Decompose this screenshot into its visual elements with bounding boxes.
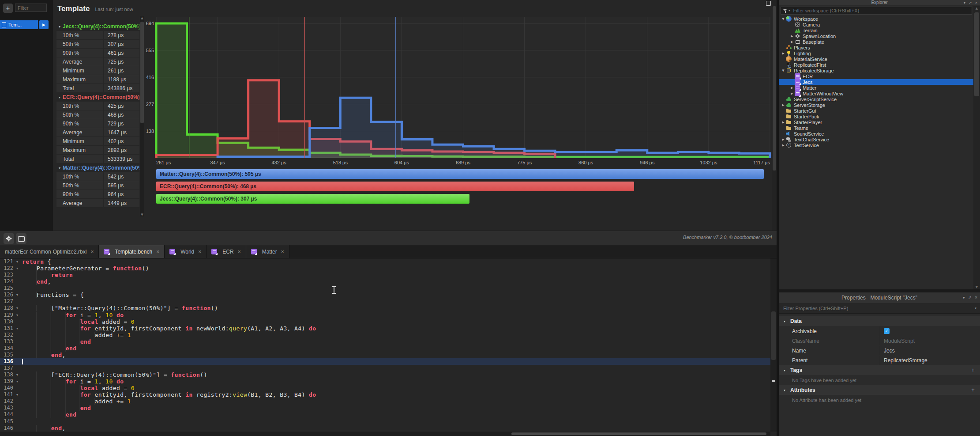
tab-template-bench[interactable]: Template.bench× [99, 245, 165, 258]
scroll-down-icon[interactable]: ▼ [973, 285, 980, 289]
editor-horizontal-scrollbar[interactable] [0, 432, 770, 436]
property-value[interactable]: Jecs [879, 346, 980, 355]
code-line[interactable]: 137 [0, 365, 770, 372]
tree-item-starterplayer[interactable]: ▶StarterPlayer [779, 119, 973, 125]
scrollbar-thumb[interactable] [140, 22, 144, 123]
panel-splitter[interactable] [779, 289, 980, 292]
docs-button[interactable] [16, 233, 26, 244]
explorer-filter-input[interactable] [792, 8, 972, 14]
scrollbar-thumb[interactable] [974, 12, 979, 96]
benchmark-filter-input[interactable] [15, 4, 47, 12]
property-value[interactable]: ReplicatedStorage [879, 356, 980, 365]
tree-item-lighting[interactable]: ▶Lighting [779, 50, 973, 56]
code-line[interactable]: 121▾return { [0, 258, 770, 265]
chevron-down-icon[interactable]: ▾ [56, 166, 63, 170]
properties-filter[interactable]: ▾ [779, 303, 980, 314]
tree-item-textchatservice[interactable]: ▶TextChatService [779, 136, 973, 142]
tree-item-replicatedfirst[interactable]: ReplicatedFirst [779, 62, 973, 68]
close-icon[interactable]: × [975, 292, 977, 303]
stats-section-header[interactable]: ▾Jecs::Query(4)::Common(50%) [56, 22, 139, 31]
tab-matter[interactable]: Matter× [246, 245, 289, 258]
tree-item-workspace[interactable]: ▼Workspace [779, 16, 973, 22]
code-line[interactable]: 136 [0, 358, 770, 365]
scrollbar-thumb[interactable] [771, 311, 776, 360]
fold-arrow-icon[interactable]: ▾ [16, 258, 18, 265]
tree-arrow-down-icon[interactable]: ▼ [781, 69, 786, 72]
benchmark-list-item[interactable]: Tem... [0, 20, 38, 29]
add-button[interactable]: + [969, 365, 976, 375]
scroll-up-icon[interactable]: ▲ [140, 16, 144, 20]
code-line[interactable]: 129▾ for i = 1, 10 do [0, 312, 770, 318]
explorer-scrollbar[interactable]: ▲ ▼ [973, 6, 980, 289]
tree-arrow-right-icon[interactable]: ▶ [781, 52, 786, 55]
code-line[interactable]: 144 end [0, 411, 770, 418]
code-line[interactable]: 139▾ for i = 1, 10 do [0, 378, 770, 385]
code-line[interactable]: 146 end, [0, 425, 770, 432]
tree-arrow-right-icon[interactable]: ▶ [789, 92, 795, 95]
stats-section-header[interactable]: ▾ECR::Query(4)::Common(50%) [56, 93, 139, 102]
fold-arrow-icon[interactable]: ▾ [16, 372, 18, 378]
fold-arrow-icon[interactable]: ▾ [16, 292, 18, 298]
close-icon[interactable]: × [975, 0, 977, 5]
code-line[interactable]: 122▾ ParameterGenerator = function() [0, 265, 770, 272]
tree-arrow-right-icon[interactable]: ▶ [781, 138, 786, 141]
code-line[interactable]: 126▾ Functions = { [0, 292, 770, 298]
popout-icon[interactable]: ↗ [968, 292, 972, 303]
tab-close-icon[interactable]: × [90, 249, 94, 255]
code-line[interactable]: 128▾ ["Matter::Query(4)::Common(50%)"] =… [0, 305, 770, 311]
stats-scrollbar[interactable]: ▲ ▼ [140, 16, 144, 216]
tab-close-icon[interactable]: × [156, 249, 159, 255]
tab-close-icon[interactable]: × [238, 249, 241, 255]
tree-item-spawnlocation[interactable]: ▶SpawnLocation [779, 33, 973, 39]
tree-item-teams[interactable]: Teams [779, 125, 973, 131]
tree-item-serverscriptservice[interactable]: ServerScriptService [779, 96, 973, 102]
code-line[interactable]: 125 [0, 285, 770, 292]
tree-item-materialservice[interactable]: MaterialService [779, 56, 973, 62]
code-line[interactable]: 141▾ for entityId, firstComponent in reg… [0, 391, 770, 398]
chevron-down-icon[interactable]: ▾ [963, 292, 965, 303]
code-line[interactable]: 143 end [0, 405, 770, 411]
fold-arrow-icon[interactable]: ▾ [16, 265, 18, 272]
code-line[interactable]: 127 [0, 298, 770, 305]
run-benchmark-button[interactable]: ▶ [39, 20, 49, 29]
chevron-down-icon[interactable]: ▾ [56, 25, 63, 29]
scrollbar-thumb[interactable] [773, 6, 776, 171]
properties-section-header[interactable]: ▾Attributes+ [779, 385, 980, 395]
code-line[interactable]: 134 end [0, 345, 770, 352]
tree-item-ecr[interactable]: ECR [779, 73, 973, 79]
plugin-scrollbar[interactable] [772, 0, 777, 231]
tab-world[interactable]: World× [165, 245, 207, 258]
chevron-down-icon[interactable]: ▾ [56, 95, 63, 99]
chevron-down-icon[interactable]: ▾ [779, 319, 790, 323]
tree-arrow-right-icon[interactable]: ▶ [789, 86, 795, 90]
tree-item-baseplate[interactable]: ▶Baseplate [779, 39, 973, 45]
popout-icon[interactable]: ↗ [969, 0, 972, 5]
code-line[interactable]: 132 added += 1 [0, 332, 770, 338]
scroll-down-icon[interactable]: ▼ [140, 213, 144, 216]
tree-arrow-right-icon[interactable]: ▶ [781, 121, 786, 124]
plugin-dock-icon[interactable] [766, 1, 771, 6]
tree-arrow-right-icon[interactable]: ▶ [789, 40, 795, 44]
tree-item-terrain[interactable]: Terrain [779, 27, 973, 33]
code-line[interactable]: 138▾ ["ECR::Query(4)::Common(50%)"] = fu… [0, 372, 770, 378]
code-line[interactable]: 131▾ for entityId, firstComponent in new… [0, 325, 770, 332]
tree-item-camera[interactable]: Camera [779, 22, 973, 27]
property-value[interactable]: ✓ [879, 326, 980, 336]
fold-arrow-icon[interactable]: ▾ [16, 312, 18, 318]
code-line[interactable]: 133 end [0, 338, 770, 345]
settings-button[interactable] [4, 233, 14, 244]
fold-arrow-icon[interactable]: ▾ [16, 391, 18, 398]
code-line[interactable]: 124 end, [0, 278, 770, 285]
tree-item-starterpack[interactable]: StarterPack [779, 114, 973, 119]
tree-item-replicatedstorage[interactable]: ▼ReplicatedStorage [779, 68, 973, 73]
scrollbar-thumb[interactable] [511, 432, 766, 435]
chevron-down-icon[interactable]: ▾ [779, 388, 790, 392]
tree-item-players[interactable]: Players [779, 45, 973, 50]
properties-section-header[interactable]: ▾Data [779, 316, 980, 326]
fold-arrow-icon[interactable]: ▾ [16, 378, 18, 385]
fold-arrow-icon[interactable]: ▾ [16, 325, 18, 332]
tab-close-icon[interactable]: × [281, 249, 284, 255]
script-editor[interactable]: 121▾return {122▾ ParameterGenerator = fu… [0, 258, 770, 432]
scroll-up-icon[interactable]: ▲ [973, 7, 980, 10]
code-line[interactable]: 140 local added = 0 [0, 385, 770, 391]
